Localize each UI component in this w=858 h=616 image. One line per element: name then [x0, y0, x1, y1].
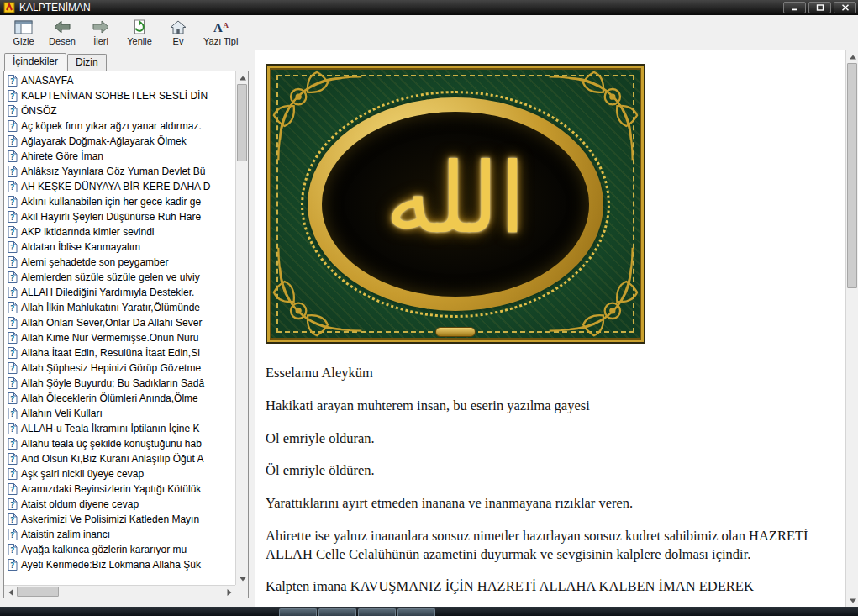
tree-item[interactable]: ? Ataist oldum diyene cevap: [5, 497, 234, 512]
taskbar-button[interactable]: [318, 608, 356, 616]
content-vertical-scrollbar[interactable]: [845, 50, 858, 607]
topic-page-icon: ?: [8, 90, 18, 102]
tree-item[interactable]: ? Ahlâksız Yayınlara Göz Yuman Devlet Bü: [5, 164, 234, 179]
tree-horizontal-scrollbar[interactable]: [4, 585, 235, 598]
tree-item[interactable]: ? Aşk şairi nickli üyeye cevap: [5, 466, 234, 482]
tree-item[interactable]: ? Ataistin zalim inancı: [5, 527, 234, 542]
tree-item[interactable]: ? And Olsun Ki,Biz Kuranı Anlaşılıp Öğüt…: [5, 451, 234, 466]
tree-vscroll-thumb[interactable]: [237, 84, 247, 161]
tree-item[interactable]: ? Ahirete Göre İman: [5, 149, 234, 164]
content-vscroll-thumb[interactable]: [847, 63, 857, 288]
tree-item[interactable]: ? Alemi şehadetde son peygamber: [5, 255, 234, 270]
tree-item[interactable]: ? Allah Şöyle Buyurdu; Bu Sadıkların Sad…: [5, 376, 234, 391]
svg-text:?: ?: [10, 440, 14, 449]
gold-cartouche: [435, 327, 476, 337]
topic-page-icon: ?: [8, 423, 18, 434]
paragraph: Yarattıklarını ayırt etmeden inanana ve …: [266, 494, 832, 513]
home-button[interactable]: Ev: [160, 17, 197, 49]
svg-text:?: ?: [10, 486, 14, 494]
svg-text:?: ?: [10, 319, 14, 328]
topic-page-icon: ?: [8, 150, 18, 162]
tree-item[interactable]: ? Allahın Veli Kulları: [5, 406, 234, 421]
minimize-button[interactable]: [783, 2, 806, 13]
refresh-button[interactable]: Yenile: [121, 17, 158, 49]
content-vscroll-track[interactable]: [846, 63, 858, 594]
tree-item[interactable]: ? Ayeti Kerimede:Biz Lokmana Allaha Şük: [5, 557, 234, 572]
tree-item[interactable]: ? ANASAYFA: [5, 73, 234, 88]
tree-item[interactable]: ? Allah Kime Nur Vermemişse.Onun Nuru: [5, 330, 234, 345]
tree-item[interactable]: ? Allaha İtaat Edin, Resulüna İtaat Edin…: [5, 345, 234, 361]
topic-page-icon: ?: [8, 377, 18, 389]
hide-button[interactable]: Gizle: [5, 17, 42, 49]
topic-page-icon: ?: [8, 468, 18, 480]
close-button[interactable]: [834, 2, 856, 13]
tree-scroll-up-button[interactable]: [236, 71, 249, 84]
tree-item[interactable]: ? Allah Şüphesiz Hepinizi Görüp Gözetme: [5, 361, 234, 376]
forward-button[interactable]: İleri: [82, 17, 119, 49]
tree-hscroll-thumb[interactable]: [17, 587, 59, 597]
topic-page-icon: ?: [8, 392, 18, 404]
tree-item[interactable]: ? Ağlayarak Doğmak-Ağlayarak Ölmek: [5, 134, 234, 149]
tree-item[interactable]: ? AH KEŞKE DÜNYAYA BİR KERE DAHA D: [5, 179, 234, 194]
tree-item[interactable]: ? Aldatan İblise Kanmayalım: [5, 240, 234, 255]
font-button[interactable]: A A Yazı Tipi: [198, 17, 243, 49]
topic-page-icon: ?: [8, 332, 18, 344]
tree-item[interactable]: ? Allah Öleceklerin Ölümleri Anında,Ölme: [5, 391, 234, 406]
svg-text:?: ?: [10, 259, 14, 267]
panel-splitter[interactable]: [249, 50, 255, 607]
taskbar-button[interactable]: [397, 608, 435, 616]
svg-text:?: ?: [10, 138, 14, 146]
tree-item[interactable]: ? Aramızdaki Beyinsizlerin Yaptığı Kötül…: [5, 482, 234, 497]
tree-item-label: Allah Şüphesiz Hepinizi Görüp Gözetme: [21, 362, 201, 374]
tree-item[interactable]: ? Allahu teala üç şekilde konuştuğunu ha…: [5, 436, 234, 451]
tree-item[interactable]: ? Ayağa kalkınca gözlerin kararıyor mu: [5, 542, 234, 557]
home-icon: [170, 19, 187, 35]
svg-text:?: ?: [10, 561, 14, 570]
tree-item-label: Ayağa kalkınca gözlerin kararıyor mu: [21, 544, 187, 555]
tree-item[interactable]: ? Alemlerden süzüle süzüle gelen ve ulvi…: [5, 270, 234, 285]
font-button-label: Yazı Tipi: [203, 36, 238, 46]
tab-contents[interactable]: İçindekiler: [4, 53, 66, 71]
tree-item[interactable]: ? ALLAH Dilediğini Yardımıyla Destekler.: [5, 285, 234, 300]
content-scroll-up-button[interactable]: [846, 50, 858, 63]
tree-vscroll-track[interactable]: [236, 84, 248, 572]
tree-scroll-right-button[interactable]: [223, 586, 235, 598]
tree-item[interactable]: ? ALLAH-u Teala İkramını İptilanın İçine…: [5, 421, 234, 436]
topic-page-icon: ?: [8, 226, 18, 238]
svg-text:?: ?: [10, 123, 14, 131]
maximize-button[interactable]: [808, 2, 831, 13]
tree-item[interactable]: ? Aklını kullanabilen için her gece kadi…: [5, 194, 234, 209]
tree-vertical-scrollbar[interactable]: [235, 71, 248, 585]
gold-oval-ring: الله: [308, 97, 603, 311]
svg-text:?: ?: [10, 168, 14, 176]
tab-index[interactable]: Dizin: [67, 54, 107, 71]
tree-scroll-down-button[interactable]: [236, 572, 249, 585]
tree-scroll-left-button[interactable]: [4, 586, 17, 598]
tree-item-label: Aklını kullanabilen için her gece kadir …: [21, 196, 201, 208]
tree-item[interactable]: ? Allah Onları Sever,Onlar Da Allahı Sev…: [5, 315, 234, 330]
back-button[interactable]: Desen: [44, 17, 81, 49]
tree-item[interactable]: ? ÖNSÖZ: [5, 103, 234, 118]
tree-item[interactable]: ? KALPTENİMAN SOHBETLER SESLİ DİN: [5, 88, 234, 103]
taskbar-button[interactable]: [358, 608, 396, 616]
topic-page-icon: ?: [8, 166, 18, 177]
tree-item-label: ALLAH Dilediğini Yardımıyla Destekler.: [21, 287, 194, 298]
paragraph: Öl emriyle öldüren.: [266, 461, 832, 480]
tree-hscroll-track[interactable]: [17, 586, 223, 598]
tree-item-label: Allahın Veli Kulları: [21, 408, 103, 419]
tree-item[interactable]: ? Aç köpek fırın yıkar ağzı yanar aldırm…: [5, 118, 234, 134]
svg-text:?: ?: [10, 516, 14, 524]
tree-item[interactable]: ? Askerimizi Ve Polisimizi Katleden Mayı…: [5, 512, 234, 527]
tree-item-label: Allah İlkin Mahlukatını Yaratır,Ölümünde: [21, 302, 200, 313]
tree-item[interactable]: ? Allah İlkin Mahlukatını Yaratır,Ölümün…: [5, 300, 234, 315]
tree-item[interactable]: ? AKP iktidarında kimler sevindi: [5, 224, 234, 240]
tree-item-label: Allah Onları Sever,Onlar Da Allahı Sever: [21, 317, 202, 329]
topic-page-icon: ?: [8, 453, 18, 465]
taskbar-button[interactable]: [279, 608, 317, 616]
hide-button-label: Gizle: [13, 36, 34, 46]
svg-text:?: ?: [10, 153, 14, 161]
tree-item[interactable]: ? Akıl Hayırlı Şeyleri Düşünürse Ruh Har…: [5, 209, 234, 224]
tree-item-label: Aşk şairi nickli üyeye cevap: [21, 468, 144, 480]
topic-page-icon: ?: [8, 241, 18, 253]
content-scroll-down-button[interactable]: [846, 594, 858, 607]
